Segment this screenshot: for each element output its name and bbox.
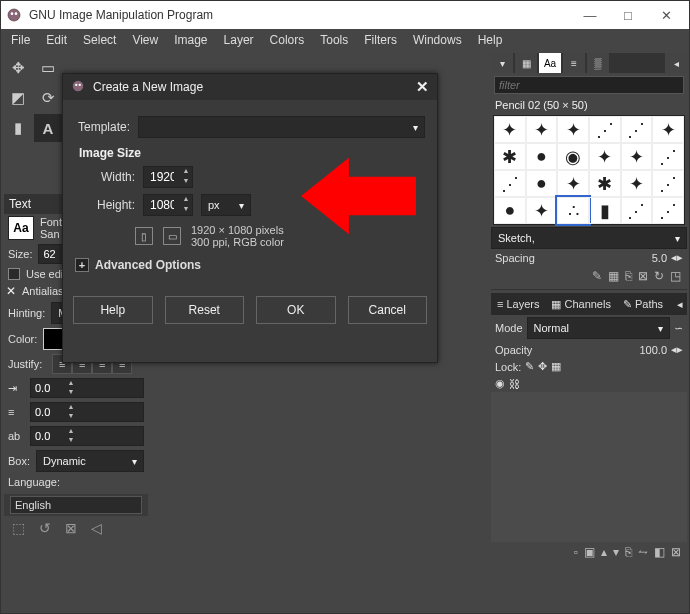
brush-filter-input[interactable] — [494, 76, 684, 94]
menu-help[interactable]: Help — [470, 33, 511, 47]
line-spacing-icon: ≡ — [8, 406, 24, 418]
new-layer-icon[interactable]: ▫ — [574, 545, 578, 559]
menu-select[interactable]: Select — [75, 33, 124, 47]
landscape-icon[interactable]: ▭ — [163, 227, 181, 245]
move-tool-icon[interactable]: ✥ — [4, 54, 32, 82]
tab-history-icon[interactable]: ≡ — [563, 53, 585, 73]
language-input[interactable] — [10, 496, 142, 514]
font-aa-icon[interactable]: Aa — [8, 216, 34, 240]
height-input[interactable]: ▲▼ — [143, 194, 193, 216]
box-label: Box: — [8, 455, 30, 467]
menu-file[interactable]: File — [3, 33, 38, 47]
portrait-icon[interactable]: ▯ — [135, 227, 153, 245]
reset-button[interactable]: Reset — [165, 296, 245, 324]
lock-alpha-icon[interactable]: ▦ — [551, 360, 561, 373]
save-icon[interactable]: ⬚ — [12, 520, 25, 536]
line-spacing-input[interactable]: ▲▼ — [30, 402, 144, 422]
brush-grid[interactable]: ✦✦✦⋰⋰✦ ✱●◉✦✦⋰ ⋰●✦✱✦⋰ ●✦∴▮⋰⋰ — [493, 115, 685, 225]
menu-edit[interactable]: Edit — [38, 33, 75, 47]
brush-tabs: ▾ ▦ Aa ≡ ▒ ◂ — [491, 53, 687, 73]
tab-down-icon[interactable]: ▾ — [491, 53, 513, 73]
lock-pixels-icon[interactable]: ✎ — [525, 360, 534, 373]
new-brush-icon[interactable]: ▦ — [608, 269, 619, 283]
visibility-icon[interactable]: ◉ — [495, 377, 505, 390]
maximize-button[interactable]: □ — [609, 1, 647, 29]
justify-label: Justify: — [8, 358, 42, 370]
letter-spacing-input[interactable]: ▲▼ — [30, 426, 144, 446]
tab-paths[interactable]: ✎Paths — [617, 298, 669, 311]
minimize-button[interactable]: — — [571, 1, 609, 29]
refresh-brush-icon[interactable]: ↻ — [654, 269, 664, 283]
template-label: Template: — [75, 120, 130, 134]
select-tool-icon[interactable]: ▭ — [34, 54, 62, 82]
bucket-tool-icon[interactable]: ▮ — [4, 114, 32, 142]
menu-view[interactable]: View — [124, 33, 166, 47]
antialias-close-icon[interactable]: ✕ — [6, 284, 16, 298]
menu-layer[interactable]: Layer — [216, 33, 262, 47]
cancel-button[interactable]: Cancel — [348, 296, 428, 324]
mode-select[interactable]: Normal▾ — [527, 317, 670, 339]
tab-patterns-icon[interactable]: ▒ — [587, 53, 609, 73]
font-family[interactable]: San — [40, 228, 62, 240]
mode-switch-icon[interactable]: ∽ — [674, 322, 683, 335]
link-icon[interactable]: ⛓ — [509, 378, 520, 390]
use-editor-checkbox[interactable] — [8, 268, 20, 280]
indent-input[interactable]: ▲▼ — [30, 378, 144, 398]
lock-label: Lock: — [495, 361, 521, 373]
width-input[interactable]: ▲▼ — [143, 166, 193, 188]
tab-brushes-icon[interactable]: ▦ — [515, 53, 537, 73]
transform-tool-icon[interactable]: ⟳ — [34, 84, 62, 112]
dialog-titlebar: Create a New Image ✕ — [63, 74, 437, 100]
layers-menu-icon[interactable]: ◂ — [673, 298, 687, 311]
delete-icon[interactable]: ⊠ — [65, 520, 77, 536]
menu-windows[interactable]: Windows — [405, 33, 470, 47]
svg-point-5 — [79, 84, 81, 86]
brush-category-select[interactable]: Sketch,▾ — [491, 227, 687, 249]
units-select[interactable]: px▾ — [201, 194, 251, 216]
advanced-options-toggle[interactable]: + Advanced Options — [75, 258, 425, 272]
tab-channels[interactable]: ▦Channels — [545, 298, 616, 311]
svg-marker-6 — [301, 158, 416, 235]
size-label: Size: — [8, 248, 32, 260]
ok-button[interactable]: OK — [256, 296, 336, 324]
merge-layer-icon[interactable]: ⥊ — [638, 545, 648, 559]
menu-image[interactable]: Image — [166, 33, 215, 47]
up-layer-icon[interactable]: ▴ — [601, 545, 607, 559]
info-ppi: 300 ppi, RGB color — [191, 236, 284, 248]
layers-list[interactable] — [491, 392, 687, 542]
help-button[interactable]: Help — [73, 296, 153, 324]
tab-menu-icon[interactable]: ◂ — [665, 53, 687, 73]
restore-icon[interactable]: ↺ — [39, 520, 51, 536]
close-button[interactable]: ✕ — [647, 1, 685, 29]
tab-fonts-icon[interactable]: Aa — [539, 53, 561, 73]
crop-tool-icon[interactable]: ◩ — [4, 84, 32, 112]
edit-brush-icon[interactable]: ✎ — [592, 269, 602, 283]
open-brush-icon[interactable]: ◳ — [670, 269, 681, 283]
reset-icon[interactable]: ◁ — [91, 520, 102, 536]
opacity-value[interactable]: 100.0 — [639, 344, 667, 356]
opacity-label: Opacity — [495, 344, 532, 356]
lock-position-icon[interactable]: ✥ — [538, 360, 547, 373]
mask-layer-icon[interactable]: ◧ — [654, 545, 665, 559]
mode-label: Mode — [495, 322, 523, 334]
box-select[interactable]: Dynamic▾ — [36, 450, 144, 472]
text-tool-icon[interactable]: A — [34, 114, 62, 142]
delete-layer-icon[interactable]: ⊠ — [671, 545, 681, 559]
tab-layers[interactable]: ≡Layers — [491, 298, 545, 310]
group-layer-icon[interactable]: ▣ — [584, 545, 595, 559]
template-select[interactable]: ▾ — [138, 116, 425, 138]
dup-brush-icon[interactable]: ⎘ — [625, 269, 632, 283]
indent-icon: ⇥ — [8, 382, 24, 395]
brush-name: Pencil 02 (50 × 50) — [491, 97, 687, 113]
info-size: 1920 × 1080 pixels — [191, 224, 284, 236]
dup-layer-icon[interactable]: ⎘ — [625, 545, 632, 559]
spacing-row[interactable]: Spacing 5.0 ◂▸ — [491, 249, 687, 266]
del-brush-icon[interactable]: ⊠ — [638, 269, 648, 283]
dialog-close-icon[interactable]: ✕ — [416, 78, 429, 96]
down-layer-icon[interactable]: ▾ — [613, 545, 619, 559]
height-label: Height: — [87, 198, 135, 212]
menu-colors[interactable]: Colors — [262, 33, 313, 47]
menu-filters[interactable]: Filters — [356, 33, 405, 47]
plus-icon: + — [75, 258, 89, 272]
menu-tools[interactable]: Tools — [312, 33, 356, 47]
